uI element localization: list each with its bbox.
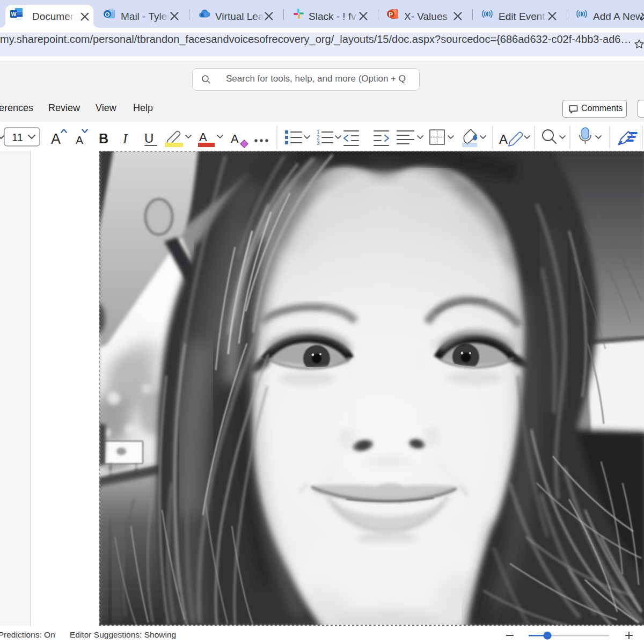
svg-text:W: W xyxy=(11,11,17,17)
svg-text:11: 11 xyxy=(12,131,23,143)
svg-text:B: B xyxy=(99,131,108,146)
svg-text:A: A xyxy=(199,130,207,144)
svg-text:O: O xyxy=(105,11,110,18)
svg-text:3: 3 xyxy=(317,140,320,146)
svg-text:A: A xyxy=(51,131,61,147)
svg-text:U: U xyxy=(144,131,153,145)
svg-text:A: A xyxy=(231,132,239,145)
svg-text:I: I xyxy=(122,131,128,146)
svg-text:A: A xyxy=(499,132,508,147)
svg-text:P: P xyxy=(389,11,393,18)
svg-text:A: A xyxy=(76,134,83,146)
